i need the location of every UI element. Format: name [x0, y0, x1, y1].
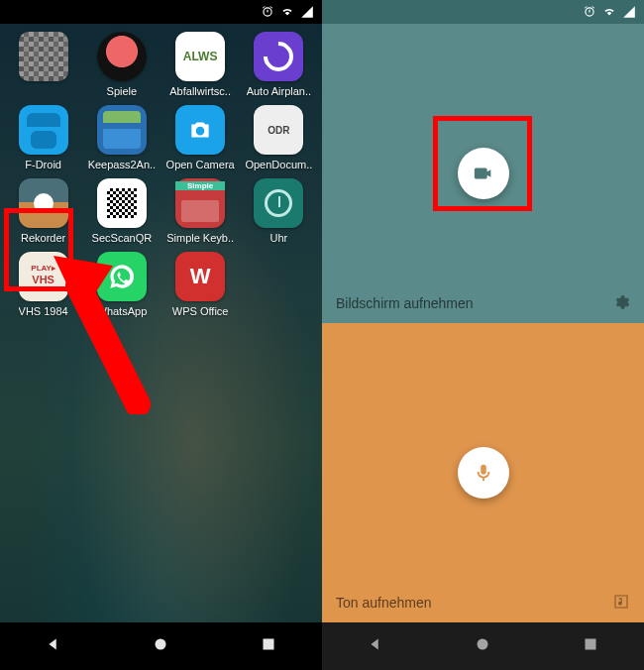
- nav-home-button[interactable]: [472, 633, 493, 659]
- alws-icon: ALWS: [175, 32, 225, 81]
- app-label: Rekorder: [21, 232, 65, 244]
- nav-bar: [322, 622, 644, 670]
- videocam-icon: [473, 163, 494, 184]
- audio-record-label: Ton aufnehmen: [336, 595, 432, 611]
- app-label: Simple Keyb..: [166, 232, 234, 244]
- alarm-icon: [261, 5, 274, 19]
- vhs-text: PLAY▸: [31, 264, 55, 273]
- app-grid: Spiele ALWS Abfallwirtsc.. Auto Airplan.…: [6, 32, 316, 317]
- wifi-icon: [602, 5, 616, 19]
- phone-right: Bildschirm aufnehmen Ton aufnehmen: [322, 0, 644, 670]
- simple-keyboard-icon: [175, 178, 225, 228]
- audio-panel-footer: Ton aufnehmen: [322, 583, 644, 622]
- app-fdroid[interactable]: F-Droid: [6, 105, 80, 170]
- app-spiele[interactable]: Spiele: [84, 32, 159, 97]
- app-opendocument[interactable]: ODR OpenDocum..: [242, 105, 316, 170]
- app-vhs-1984[interactable]: PLAY▸ VHS VHS 1984: [6, 252, 80, 317]
- nav-bar: [0, 622, 322, 670]
- fdroid-icon: [19, 105, 68, 155]
- app-keepass[interactable]: Keepass2An..: [84, 105, 159, 170]
- vhs-icon: PLAY▸ VHS: [19, 252, 68, 301]
- app-pixelated[interactable]: [6, 32, 80, 97]
- alarm-icon: [583, 5, 596, 19]
- app-label: OpenDocum..: [245, 159, 312, 170]
- screen-record-label: Bildschirm aufnehmen: [336, 295, 474, 311]
- app-label: Auto Airplan..: [247, 85, 311, 97]
- clock-icon: [254, 178, 303, 228]
- app-uhr[interactable]: Uhr: [242, 178, 316, 244]
- svg-rect-4: [585, 639, 595, 650]
- app-label: Abfallwirtsc..: [169, 85, 231, 97]
- signal-icon: [622, 5, 636, 19]
- svg-point-1: [156, 639, 166, 650]
- music-note-icon: [612, 593, 630, 611]
- rekorder-icon: [19, 178, 68, 228]
- nav-back-button[interactable]: [365, 633, 386, 659]
- nav-recents-button[interactable]: [258, 633, 279, 659]
- open-camera-icon: [175, 105, 225, 155]
- app-auto-airplane[interactable]: Auto Airplan..: [242, 32, 316, 97]
- app-label: Open Camera: [166, 159, 235, 170]
- app-abfallwirtschaft[interactable]: ALWS Abfallwirtsc..: [163, 32, 238, 97]
- screen-record-panel: Bildschirm aufnehmen: [322, 24, 644, 323]
- whatsapp-icon: [97, 252, 147, 301]
- app-label: VHS 1984: [19, 305, 68, 317]
- secscanqr-icon: [97, 178, 147, 228]
- screen-panel-footer: Bildschirm aufnehmen: [322, 283, 644, 323]
- pixelated-icon: [19, 32, 68, 81]
- app-rekorder[interactable]: Rekorder: [6, 178, 80, 244]
- app-open-camera[interactable]: Open Camera: [163, 105, 238, 170]
- nav-home-button[interactable]: [150, 633, 171, 659]
- auto-airplane-icon: [254, 32, 303, 81]
- app-label: F-Droid: [25, 159, 61, 170]
- app-label: Uhr: [270, 232, 288, 244]
- gear-icon: [612, 293, 630, 311]
- opendocument-icon: ODR: [254, 105, 303, 155]
- games-folder-icon: [97, 32, 147, 81]
- mic-icon: [473, 462, 494, 484]
- app-label: WhatsApp: [97, 305, 148, 317]
- nav-recents-button[interactable]: [580, 633, 601, 659]
- wps-icon: W: [175, 252, 225, 301]
- signal-icon: [300, 5, 314, 19]
- status-bar: [322, 0, 644, 24]
- audio-record-panel: Ton aufnehmen: [322, 323, 644, 622]
- app-whatsapp[interactable]: WhatsApp: [84, 252, 159, 317]
- svg-rect-2: [263, 639, 273, 650]
- app-simple-keyboard[interactable]: Simple Keyb..: [163, 178, 238, 244]
- nav-back-button[interactable]: [43, 633, 64, 659]
- app-wps-office[interactable]: W WPS Office: [163, 252, 238, 317]
- recorder-app: Bildschirm aufnehmen Ton aufnehmen: [322, 24, 644, 622]
- recordings-button[interactable]: [612, 593, 630, 614]
- svg-point-3: [478, 639, 488, 650]
- audio-record-button[interactable]: [458, 447, 509, 499]
- app-label: Spiele: [107, 85, 138, 97]
- phone-left: Spiele ALWS Abfallwirtsc.. Auto Airplan.…: [0, 0, 322, 670]
- app-secscanqr[interactable]: SecScanQR: [84, 178, 159, 244]
- status-bar: [0, 0, 322, 24]
- wifi-icon: [280, 5, 294, 19]
- app-label: Keepass2An..: [88, 159, 157, 170]
- keepass-icon: [97, 105, 147, 155]
- app-label: SecScanQR: [92, 232, 153, 244]
- screen-record-button[interactable]: [458, 148, 509, 199]
- settings-button[interactable]: [612, 293, 630, 314]
- app-drawer[interactable]: Spiele ALWS Abfallwirtsc.. Auto Airplan.…: [0, 24, 322, 622]
- app-label: WPS Office: [172, 305, 229, 317]
